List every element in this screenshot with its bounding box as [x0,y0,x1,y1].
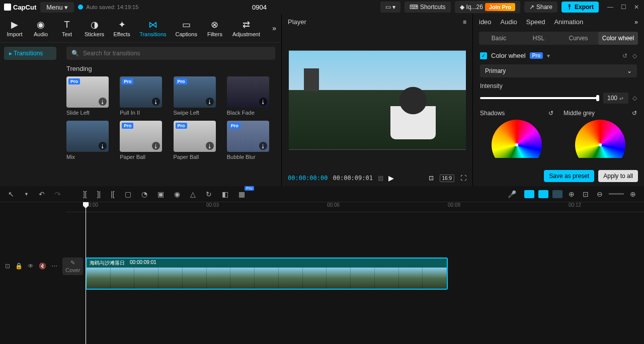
expand-toolbar-button[interactable]: » [269,24,279,32]
intensity-slider[interactable] [480,97,599,99]
tab-stickers[interactable]: ◑Stickers [80,17,108,39]
marker-tool[interactable]: ◔ [139,189,149,199]
keyframe-icon[interactable]: ◇ [632,95,637,102]
slider-thumb[interactable] [596,95,599,101]
aspect-ratio[interactable]: 16:9 [440,175,454,182]
download-icon[interactable]: ⭳ [99,98,107,106]
mirror-tool[interactable]: △ [188,189,198,199]
grid-icon[interactable]: ▤ [378,175,383,182]
reset-icon[interactable]: ↺ [622,52,627,59]
crop-tool[interactable]: ◧ [220,189,230,199]
transition-item[interactable]: ⭳Mix [66,121,115,160]
playhead[interactable] [86,202,86,344]
tab-transitions[interactable]: ⋈Transitions [135,17,170,39]
timeline-ruler[interactable]: 00:00 00:03 00:06 00:09 00:12 [65,202,644,212]
transition-item[interactable]: Pro⭳Slide Left [66,76,115,116]
download-icon[interactable]: ⭳ [99,142,107,150]
sidebar-item-transitions[interactable]: ▸ Transitions [4,47,56,60]
export-button[interactable]: ⭱ Export [561,2,599,13]
tab-audio[interactable]: ◉Audio [28,17,53,39]
primary-dropdown[interactable]: Primary ⌄ [480,64,637,77]
maximize-button[interactable]: ☐ [620,4,627,11]
tab-effects[interactable]: ✦Effects [109,17,134,39]
player-menu-icon[interactable]: ≡ [463,19,466,26]
more-icon[interactable]: ⋯ [51,263,57,270]
fullscreen-icon[interactable]: ⛶ [460,175,466,182]
tab-adjustment[interactable]: ⇄Adjustment [228,17,264,39]
expand-inspector-button[interactable]: » [634,19,638,26]
shadows-color-wheel[interactable]: ◀▶ [492,120,542,158]
join-pro-badge[interactable]: Join Pro [485,3,515,11]
transition-item[interactable]: Pro⭳Bubble Blur [227,121,275,160]
stepper-icon[interactable]: ▴▾ [619,96,623,101]
magnet-toggle[interactable] [524,190,534,198]
download-icon[interactable]: ⭳ [259,98,267,106]
save-preset-button[interactable]: Save as preset [544,170,594,182]
trim-left-tool[interactable]: ]| [95,189,103,199]
play-button[interactable]: ▶ [388,174,394,182]
tab-import[interactable]: ▶Import [2,17,27,39]
zoom-out-button[interactable]: ⊖ [595,189,605,199]
zoom-slider[interactable] [609,193,624,195]
fit-tool[interactable]: ⊡ [581,189,591,199]
search-box[interactable]: 🔍 [66,47,275,60]
redo-button[interactable]: ↷ [53,189,63,199]
project-title[interactable]: 0904 [142,4,376,11]
reset-icon[interactable]: ↺ [632,110,637,117]
user-badge[interactable]: ◆ Iq...26 Join Pro [455,1,520,13]
select-tool[interactable]: ↖ [6,189,16,199]
menu-button[interactable]: Menu ▾ [40,2,74,13]
share-button[interactable]: ↗ Share [524,2,557,13]
expand-icon[interactable]: ⊡ [5,263,10,270]
subtab-curves[interactable]: Curves [558,32,598,45]
select-dropdown[interactable]: ▼ [22,191,31,198]
reverse-tool[interactable]: ◉ [172,189,182,199]
player-view[interactable] [282,30,472,170]
shortcuts-button[interactable]: ⌨ Shortcuts [405,2,451,13]
split-tool[interactable]: ][ [81,189,89,199]
transition-item[interactable]: ⭳Black Fade [227,76,275,116]
zoom-in-button[interactable]: ⊕ [628,189,638,199]
apply-all-button[interactable]: Apply to all [598,170,638,182]
minimize-button[interactable]: — [607,4,614,11]
mic-icon[interactable]: 🎤 [506,189,518,199]
tab-filters[interactable]: ⊗Filters [202,17,227,39]
align-tool[interactable]: ⊕ [567,189,577,199]
download-icon[interactable]: ⭳ [152,98,160,106]
timeline-tracks[interactable]: 00:00 00:03 00:06 00:09 00:12 海鸥与沙滩落日 00… [65,202,644,344]
undo-button[interactable]: ↶ [37,189,47,199]
mute-icon[interactable]: 🔇 [39,263,46,270]
rotate-tool[interactable]: ↻ [204,189,214,199]
colorwheel-checkbox[interactable]: ✓ [480,52,487,59]
close-button[interactable]: ✕ [633,4,640,11]
snapshot-icon[interactable]: ⊡ [429,175,434,182]
tab-captions[interactable]: ▭Captions [172,17,201,39]
tab-speed[interactable]: Speed [526,18,545,26]
reset-icon[interactable]: ↺ [548,110,553,117]
tab-video[interactable]: ideo [479,18,492,26]
chevron-down-icon[interactable]: ▾ [547,52,550,59]
preview-toggle[interactable] [552,190,562,198]
intensity-input[interactable]: 100▴▾ [603,93,628,104]
tab-animation[interactable]: Animation [554,18,583,26]
trim-right-tool[interactable]: |[ [109,189,117,199]
layout-button[interactable]: ▭ ▾ [380,2,400,13]
download-icon[interactable]: ⭳ [152,142,160,150]
eye-icon[interactable]: 👁 [28,263,34,270]
transition-item[interactable]: Pro⭳Paper Ball [120,121,168,160]
subtab-basic[interactable]: Basic [479,32,519,45]
link-toggle[interactable] [538,190,548,198]
ai-tool[interactable]: ▦ [236,189,247,199]
download-icon[interactable]: ⭳ [259,142,267,150]
download-icon[interactable]: ⭳ [206,98,214,106]
transition-item[interactable]: Pro⭳Swipe Left [174,76,222,116]
video-clip[interactable]: 海鸥与沙滩落日 00:00:09:01 [86,257,448,290]
subtab-hsl[interactable]: HSL [519,32,558,45]
delete-tool[interactable]: ▢ [123,189,133,199]
lock-icon[interactable]: 🔒 [15,263,23,270]
midgrey-color-wheel[interactable]: ◀▶ [575,120,625,158]
search-input[interactable] [83,50,270,57]
frame-tool[interactable]: ▣ [155,189,166,199]
transition-item[interactable]: Pro⭳Pull In II [120,76,168,116]
tab-audio-r[interactable]: Audio [501,18,517,26]
